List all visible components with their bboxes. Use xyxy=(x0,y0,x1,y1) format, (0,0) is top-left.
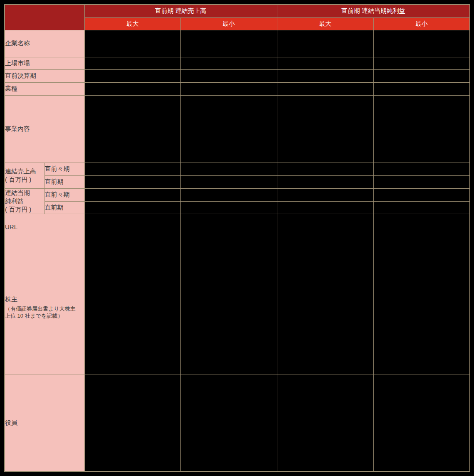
row-listing-market: 上場市場 xyxy=(5,57,470,69)
header-sales-min: 最小 xyxy=(180,17,277,30)
row-shareholders: 株主 （有価証券届出書より大株主 上位 10 社までを記載） xyxy=(5,240,470,375)
data-cell xyxy=(180,95,277,163)
row-url: URL xyxy=(5,214,470,240)
row-industry: 業種 xyxy=(5,82,470,95)
row-label-consolidated-net-income: 連結当期 純利益 ( 百万円 ) xyxy=(5,188,44,214)
data-cell xyxy=(180,82,277,95)
row-label-business-description: 事業内容 xyxy=(5,95,84,163)
data-cell xyxy=(373,95,470,163)
data-cell xyxy=(277,82,373,95)
data-cell xyxy=(373,69,470,82)
header-sales-max: 最大 xyxy=(84,17,180,30)
data-cell xyxy=(84,175,180,188)
row-consolidated-net-income-prior1: 直前期 xyxy=(5,201,470,214)
data-cell xyxy=(373,375,470,471)
data-cell xyxy=(373,82,470,95)
data-cell xyxy=(84,188,180,201)
data-cell xyxy=(277,188,373,201)
row-consolidated-net-income-prior2: 連結当期 純利益 ( 百万円 ) 直前々期 xyxy=(5,188,470,201)
data-cell xyxy=(180,69,277,82)
data-cell xyxy=(84,214,180,240)
data-cell xyxy=(180,214,277,240)
data-cell xyxy=(84,57,180,69)
sub-label-sales-prior2: 直前々期 xyxy=(44,163,84,175)
row-consolidated-sales-prior1: 直前期 xyxy=(5,175,470,188)
data-cell xyxy=(180,57,277,69)
data-cell xyxy=(277,240,373,375)
row-label-listing-market: 上場市場 xyxy=(5,57,84,69)
data-cell xyxy=(84,163,180,175)
data-cell xyxy=(373,188,470,201)
row-business-description: 事業内容 xyxy=(5,95,470,163)
data-cell xyxy=(277,214,373,240)
data-cell xyxy=(277,95,373,163)
data-cell xyxy=(373,201,470,214)
row-label-url: URL xyxy=(5,214,84,240)
row-officers: 役員 xyxy=(5,375,470,471)
row-label-shareholders: 株主 xyxy=(5,296,84,303)
data-cell xyxy=(180,201,277,214)
data-cell xyxy=(373,240,470,375)
data-cell xyxy=(180,188,277,201)
data-cell xyxy=(277,175,373,188)
comparison-table: 直前期 連結売上高 直前期 連結当期純利益 最大 最小 最大 最小 企業名称 上… xyxy=(4,4,470,472)
data-cell xyxy=(84,30,180,57)
data-cell xyxy=(84,95,180,163)
header-group-sales: 直前期 連結売上高 xyxy=(84,5,277,17)
data-cell xyxy=(373,175,470,188)
header-group-net-income: 直前期 連結当期純利益 xyxy=(277,5,470,17)
data-cell xyxy=(180,175,277,188)
header-group-row: 直前期 連結売上高 直前期 連結当期純利益 xyxy=(5,5,470,17)
row-company-name: 企業名称 xyxy=(5,30,470,57)
data-cell xyxy=(180,240,277,375)
data-cell xyxy=(373,214,470,240)
data-cell xyxy=(84,375,180,471)
data-cell xyxy=(277,30,373,57)
data-cell xyxy=(373,30,470,57)
row-label-shareholders-cell: 株主 （有価証券届出書より大株主 上位 10 社までを記載） xyxy=(5,240,84,375)
row-label-officers: 役員 xyxy=(5,375,84,471)
data-cell xyxy=(277,375,373,471)
corner-header-cell xyxy=(5,5,84,30)
data-cell xyxy=(373,57,470,69)
sub-label-income-prior1: 直前期 xyxy=(44,201,84,214)
data-cell xyxy=(277,163,373,175)
header-income-max: 最大 xyxy=(277,17,373,30)
shareholders-note: （有価証券届出書より大株主 上位 10 社までを記載） xyxy=(5,305,84,319)
data-cell xyxy=(180,375,277,471)
sub-label-sales-prior1: 直前期 xyxy=(44,175,84,188)
data-cell xyxy=(84,82,180,95)
data-cell xyxy=(84,201,180,214)
row-label-consolidated-sales: 連結売上高 ( 百万円 ) xyxy=(5,163,44,188)
data-cell xyxy=(277,69,373,82)
row-consolidated-sales-prior2: 連結売上高 ( 百万円 ) 直前々期 xyxy=(5,163,470,175)
header-income-min: 最小 xyxy=(373,17,470,30)
data-cell xyxy=(373,163,470,175)
row-label-industry: 業種 xyxy=(5,82,84,95)
row-label-company-name: 企業名称 xyxy=(5,30,84,57)
data-cell xyxy=(84,240,180,375)
data-cell xyxy=(277,201,373,214)
data-cell xyxy=(180,30,277,57)
sub-label-income-prior2: 直前々期 xyxy=(44,188,84,201)
data-cell xyxy=(277,57,373,69)
row-label-latest-fiscal-period: 直前決算期 xyxy=(5,69,84,82)
page-background: 直前期 連結売上高 直前期 連結当期純利益 最大 最小 最大 最小 企業名称 上… xyxy=(0,0,474,476)
data-cell xyxy=(84,69,180,82)
data-cell xyxy=(180,163,277,175)
row-latest-fiscal-period: 直前決算期 xyxy=(5,69,470,82)
